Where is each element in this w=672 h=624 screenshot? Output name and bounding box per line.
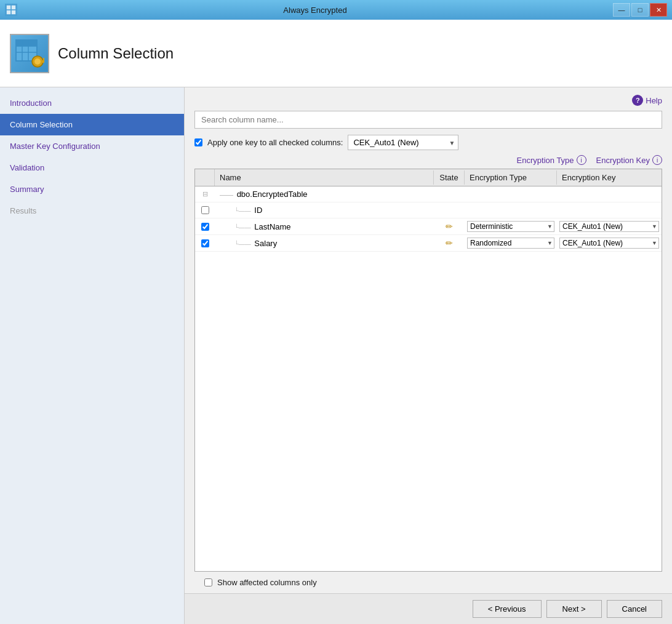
apply-key-checkbox[interactable]	[194, 138, 202, 146]
maximize-button[interactable]: □	[631, 3, 649, 17]
columns-table: Name State Encryption Type Encryption Ke…	[194, 169, 662, 572]
show-affected-checkbox[interactable]	[204, 578, 212, 586]
minimize-button[interactable]: —	[613, 3, 630, 17]
row-checkbox-id[interactable]	[195, 205, 215, 215]
row-name-id: └—— ID	[215, 203, 434, 217]
help-button[interactable]: ? Help	[632, 95, 662, 106]
sidebar-item-validation[interactable]: Validation	[0, 157, 184, 178]
pencil-icon-lastname: ✏	[446, 222, 453, 231]
show-affected-row: Show affected columns only	[194, 572, 662, 593]
checkbox-lastname[interactable]	[201, 223, 209, 231]
svg-rect-2	[7, 10, 10, 14]
row-name-table: —— dbo.EncryptedTable	[215, 187, 434, 201]
show-affected-label[interactable]: Show affected columns only	[217, 578, 317, 587]
th-name: Name	[215, 170, 434, 185]
table-body: ⊟ —— dbo.EncryptedTable	[195, 186, 662, 571]
svg-point-11	[34, 58, 41, 65]
column-info-row: Encryption Type i Encryption Key i	[194, 155, 662, 165]
pencil-icon-salary: ✏	[446, 238, 453, 248]
apply-key-label[interactable]: Apply one key to all checked columns:	[207, 138, 343, 147]
search-input[interactable]	[194, 111, 662, 129]
row-enckey-lastname[interactable]: CEK_Auto1 (New) CEK_Auto2 (New)	[557, 218, 662, 234]
window-title: Always Encrypted	[17, 6, 613, 15]
svg-rect-1	[12, 6, 15, 9]
enctype-dropdown-wrapper-lastname: Deterministic Randomized	[467, 221, 554, 232]
row-checkbox-table: ⊟	[195, 189, 215, 199]
row-checkbox-lastname[interactable]	[195, 222, 215, 232]
row-enctype-salary[interactable]: Deterministic Randomized	[465, 235, 557, 251]
checkbox-id[interactable]	[201, 206, 209, 214]
th-checkbox	[195, 169, 215, 186]
encryption-type-info: Encryption Type i	[517, 155, 586, 165]
key-dropdown-wrapper: CEK_Auto1 (New) CEK_Auto2 (New)	[348, 135, 458, 150]
key-dropdown[interactable]: CEK_Auto1 (New) CEK_Auto2 (New)	[348, 135, 458, 150]
row-state-table	[434, 192, 465, 197]
row-name-lastname: └—— LastName	[215, 220, 434, 234]
row-enctype-id	[465, 208, 557, 213]
next-button[interactable]: Next >	[546, 600, 602, 618]
previous-button[interactable]: < Previous	[473, 600, 542, 618]
svg-rect-5	[16, 40, 37, 46]
content-area: ? Help Apply one key to all checked colu…	[185, 87, 672, 624]
header-icon	[10, 34, 49, 73]
footer: < Previous Next > Cancel	[185, 593, 672, 624]
window-controls: — □ ✕	[613, 3, 667, 17]
sidebar-item-master-key[interactable]: Master Key Configuration	[0, 135, 184, 157]
table-row: └—— LastName ✏ Deterministic Randomized	[195, 218, 662, 235]
tree-connector-id: └——	[234, 207, 251, 214]
help-icon: ?	[632, 95, 643, 106]
tree-connector-salary: └——	[234, 241, 251, 247]
table-row: └—— ID	[195, 202, 662, 218]
content-top-bar: ? Help	[185, 87, 672, 111]
encryption-type-info-icon[interactable]: i	[577, 155, 586, 165]
th-encryption-key: Encryption Key	[557, 170, 662, 185]
enckey-dropdown-lastname[interactable]: CEK_Auto1 (New) CEK_Auto2 (New)	[559, 221, 659, 232]
row-checkbox-salary[interactable]	[195, 238, 215, 249]
enctype-dropdown-salary[interactable]: Deterministic Randomized	[467, 238, 554, 249]
enckey-dropdown-wrapper-salary: CEK_Auto1 (New) CEK_Auto2 (New)	[559, 238, 659, 249]
sidebar-item-results: Results	[0, 200, 184, 222]
app-icon	[5, 4, 17, 16]
row-enckey-table	[557, 192, 662, 197]
row-enctype-lastname[interactable]: Deterministic Randomized	[465, 218, 557, 234]
row-state-lastname: ✏	[434, 219, 465, 234]
cancel-button[interactable]: Cancel	[607, 600, 662, 618]
th-encryption-type: Encryption Type	[465, 170, 557, 185]
enckey-dropdown-salary[interactable]: CEK_Auto1 (New) CEK_Auto2 (New)	[559, 238, 659, 249]
close-button[interactable]: ✕	[650, 3, 667, 17]
enctype-dropdown-wrapper-salary: Deterministic Randomized	[467, 238, 554, 249]
page-title: Column Selection	[58, 45, 174, 62]
encryption-key-info: Encryption Key i	[596, 155, 662, 165]
row-state-id	[434, 208, 465, 213]
th-state: State	[434, 170, 465, 185]
sidebar-item-introduction[interactable]: Introduction	[0, 92, 184, 114]
svg-rect-3	[12, 10, 15, 14]
titlebar: Always Encrypted — □ ✕	[0, 0, 672, 20]
svg-rect-12	[41, 60, 44, 63]
content-body: Apply one key to all checked columns: CE…	[185, 111, 672, 593]
row-name-salary: └—— Salary	[215, 236, 434, 250]
encryption-key-info-icon[interactable]: i	[652, 155, 662, 165]
enckey-dropdown-wrapper-lastname: CEK_Auto1 (New) CEK_Auto2 (New)	[559, 221, 659, 232]
table-header: Name State Encryption Type Encryption Ke…	[195, 169, 662, 186]
row-enckey-salary[interactable]: CEK_Auto1 (New) CEK_Auto2 (New)	[557, 235, 662, 251]
checkbox-salary[interactable]	[201, 239, 209, 247]
svg-rect-13	[43, 58, 44, 60]
table-row: └—— Salary ✏ Deterministic Randomized	[195, 235, 662, 252]
svg-rect-0	[7, 6, 10, 9]
sidebar: Introduction Column Selection Master Key…	[0, 87, 185, 624]
apply-key-row: Apply one key to all checked columns: CE…	[194, 135, 662, 150]
page-header: Column Selection	[0, 20, 672, 87]
enctype-dropdown-lastname[interactable]: Deterministic Randomized	[467, 221, 554, 232]
sidebar-item-column-selection[interactable]: Column Selection	[0, 114, 184, 135]
main-layout: Introduction Column Selection Master Key…	[0, 87, 672, 624]
row-enctype-table	[465, 192, 557, 197]
row-enckey-id	[557, 208, 662, 213]
table-row: ⊟ —— dbo.EncryptedTable	[195, 186, 662, 202]
tree-connector: ——	[220, 191, 233, 198]
tree-connector-lastname: └——	[234, 224, 251, 231]
row-state-salary: ✏	[434, 236, 465, 250]
sidebar-item-summary[interactable]: Summary	[0, 178, 184, 200]
